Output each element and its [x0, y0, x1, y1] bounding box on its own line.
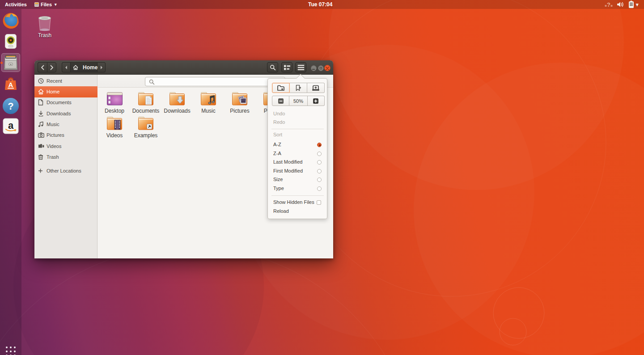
- svg-text:A: A: [8, 81, 13, 89]
- svg-text:a: a: [8, 120, 14, 131]
- svg-text:?: ?: [8, 101, 13, 112]
- svg-text:?: ?: [607, 1, 610, 8]
